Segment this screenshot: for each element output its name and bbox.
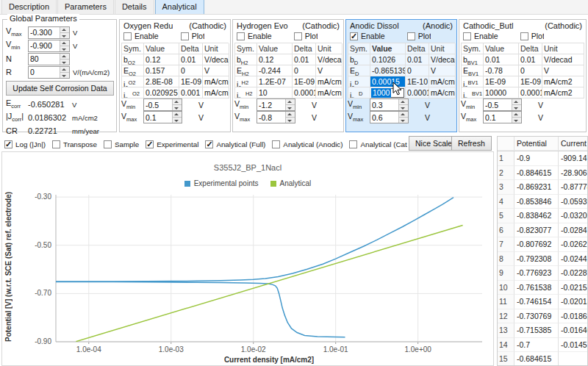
potential-cell[interactable]: -0.761538: [514, 281, 559, 295]
plot-checkbox[interactable]: Plot: [181, 32, 204, 40]
checkbox-checked-icon[interactable]: [205, 140, 213, 148]
param-delta-cell[interactable]: 0.01: [179, 54, 203, 65]
param-value-cell[interactable]: 0.1026: [370, 54, 406, 65]
checkbox-checked-icon[interactable]: [146, 140, 154, 148]
potential-cell[interactable]: -0.823077: [514, 223, 559, 238]
numeric-input[interactable]: [257, 112, 285, 123]
current-density-cell[interactable]: -0.0262144: [559, 237, 587, 252]
stepper-up-icon[interactable]: [399, 99, 408, 104]
row-header-cell[interactable]: 7: [498, 237, 514, 252]
checkbox-icon[interactable]: [407, 32, 415, 40]
param-value-cell[interactable]: -0.865139: [370, 65, 406, 76]
stepper-up-icon[interactable]: [173, 112, 182, 117]
checkbox-icon[interactable]: [272, 140, 280, 148]
toolbar-checkbox-6[interactable]: Analytical (Cathodic): [349, 140, 407, 148]
param-value-cell[interactable]: 0.157: [144, 65, 179, 76]
value-editbox[interactable]: 1000: [371, 88, 404, 98]
column-header[interactable]: Sym.: [122, 43, 144, 54]
numeric-stepper[interactable]: [370, 98, 409, 111]
checkbox-checked-icon[interactable]: [4, 140, 12, 148]
param-delta-cell[interactable]: 0.0001: [293, 87, 316, 98]
column-header[interactable]: Value: [370, 43, 406, 54]
stepper-down-icon[interactable]: [286, 117, 295, 123]
column-header[interactable]: Sym.: [462, 43, 484, 54]
param-value-cell[interactable]: 1000: [370, 87, 406, 98]
column-header[interactable]: Sym.: [348, 43, 370, 54]
numeric-stepper[interactable]: [143, 98, 182, 111]
param-delta-cell[interactable]: 1E-10: [406, 76, 429, 87]
plot-checkbox[interactable]: Plot: [407, 32, 431, 40]
stepper-up-icon[interactable]: [512, 112, 521, 117]
potential-cell[interactable]: -0.869231: [514, 180, 559, 195]
stepper-up-icon[interactable]: [60, 40, 69, 46]
current-density-cell[interactable]: -0.059392: [559, 195, 587, 209]
potential-cell[interactable]: -0.7: [514, 338, 559, 353]
toolbar-checkbox-3[interactable]: Experimental: [146, 140, 198, 148]
numeric-stepper[interactable]: [28, 40, 70, 52]
param-delta-cell[interactable]: 1E-09: [519, 76, 542, 87]
checkbox-icon[interactable]: [520, 32, 528, 40]
potential-cell[interactable]: -0.746154: [514, 295, 559, 309]
row-header-cell[interactable]: 2: [498, 166, 514, 181]
stepper-up-icon[interactable]: [286, 99, 295, 104]
stepper-down-icon[interactable]: [60, 46, 69, 51]
stepper-up-icon[interactable]: [60, 67, 69, 72]
checkbox-icon[interactable]: [463, 32, 471, 40]
current-density-cell[interactable]: -0.877787: [559, 180, 587, 195]
row-header-cell[interactable]: 11: [498, 295, 514, 309]
numeric-input[interactable]: [484, 99, 512, 110]
numeric-stepper[interactable]: [143, 111, 182, 123]
param-delta-cell[interactable]: 0.01: [293, 54, 316, 65]
column-header[interactable]: Delta: [406, 43, 429, 54]
plot-checkbox[interactable]: Plot: [520, 32, 544, 40]
checkbox-icon[interactable]: [294, 32, 302, 40]
param-value-cell[interactable]: 0.12: [144, 54, 179, 65]
column-header[interactable]: Delta: [179, 43, 203, 54]
numeric-stepper[interactable]: [28, 26, 70, 39]
stepper-down-icon[interactable]: [60, 32, 69, 38]
numeric-stepper[interactable]: [483, 111, 522, 123]
column-header[interactable]: Value: [257, 43, 293, 54]
param-value-cell[interactable]: 0.020925: [144, 87, 179, 98]
param-delta-cell[interactable]: 0: [406, 65, 429, 76]
numeric-stepper[interactable]: [28, 66, 70, 79]
numeric-stepper[interactable]: [370, 111, 409, 123]
stepper-up-icon[interactable]: [60, 27, 69, 32]
param-value-cell[interactable]: 1.2E-07: [257, 76, 293, 87]
corner-header-cell[interactable]: [498, 137, 514, 151]
current-density-cell[interactable]: [559, 352, 587, 366]
column-header[interactable]: Unit: [429, 43, 456, 54]
row-header-cell[interactable]: 15: [498, 352, 514, 366]
tab-analytical[interactable]: Analytical: [155, 0, 204, 14]
stepper-down-icon[interactable]: [60, 72, 69, 78]
param-value-cell[interactable]: -0.244: [257, 65, 293, 76]
param-delta-cell[interactable]: 0.01: [406, 54, 429, 65]
toolbar-checkbox-4[interactable]: Analytical (Full): [205, 140, 265, 148]
current-density-cell[interactable]: -0.0320534: [559, 209, 587, 223]
potential-cell[interactable]: -0.807692: [514, 237, 559, 252]
numeric-input[interactable]: [484, 112, 512, 123]
numeric-input[interactable]: [29, 54, 60, 65]
tab-details[interactable]: Details: [115, 0, 154, 14]
checkbox-icon[interactable]: [104, 140, 112, 148]
checkbox-icon[interactable]: [237, 32, 245, 40]
param-delta-cell[interactable]: 0.01: [519, 54, 542, 65]
stepper-down-icon[interactable]: [512, 104, 521, 110]
numeric-input[interactable]: [29, 40, 60, 51]
param-value-cell[interactable]: 10: [257, 87, 293, 98]
param-delta-cell[interactable]: 0: [293, 65, 316, 76]
column-header[interactable]: Unit: [203, 43, 229, 54]
numeric-input[interactable]: [370, 99, 398, 110]
column-header-current-density[interactable]: Current Density: [559, 137, 587, 151]
current-density-cell[interactable]: -0.0244143: [559, 252, 587, 267]
stepper-down-icon[interactable]: [60, 59, 69, 65]
param-delta-cell[interactable]: 1E-09: [179, 76, 203, 87]
enable-checkbox[interactable]: Enable: [350, 32, 385, 40]
stepper-down-icon[interactable]: [173, 104, 182, 110]
row-header-cell[interactable]: 4: [498, 195, 514, 209]
current-density-cell[interactable]: -28.906: [559, 166, 587, 181]
current-density-cell[interactable]: -909.147: [559, 151, 587, 166]
column-header[interactable]: Sym.: [235, 43, 257, 54]
column-header[interactable]: Unit: [316, 43, 343, 54]
row-header-cell[interactable]: 14: [498, 338, 514, 353]
